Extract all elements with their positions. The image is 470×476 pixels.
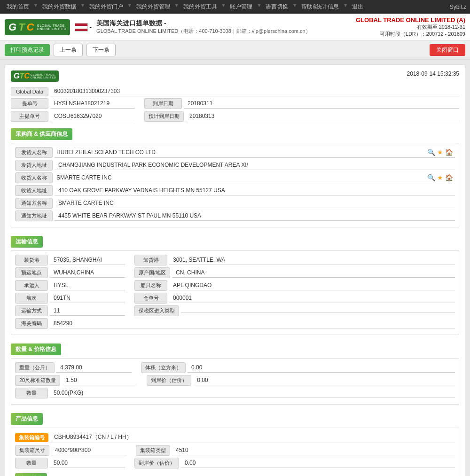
hs-code-row: 海关编码 854290 — [15, 318, 455, 329]
nav-portal[interactable]: 我的外贸门户 — [86, 2, 126, 12]
global-data-label: Global Data — [11, 87, 48, 96]
nav-management[interactable]: 我的外贸管理 — [133, 2, 173, 12]
shipper-addr-label: 发货人地址 — [15, 160, 53, 171]
arrival-date-value: 20180311 — [184, 99, 459, 109]
consignee-search-icon[interactable]: 🔍 — [427, 174, 435, 181]
container-type-value: 4510 — [172, 445, 455, 455]
carrier-value: HYSL — [50, 281, 125, 290]
product-section-header: 产品信息 — [11, 413, 43, 425]
nav-account[interactable]: 账户管理 — [227, 2, 255, 12]
quantity-label: 数量 — [15, 388, 48, 398]
nav-menu: 我的首页 ▼ 我的外贸数据 ▼ 我的外贸门户 ▼ 我的外贸管理 ▼ 我的外贸工具… — [4, 2, 366, 12]
notify-addr-value: 4455 WHITE BEAR PARKWAY ST PAUL MN 55110… — [55, 211, 455, 221]
weight-label: 重量（公斤） — [15, 362, 55, 373]
shipper-star-icon[interactable]: ★ — [437, 148, 443, 156]
supplier-section: 采购商 & 供应商信息 发货人名称 HUBEI ZHILAI SCI AND T… — [11, 124, 459, 227]
product-section: 产品信息 集装箱编号 CBHU8934417（CN / L / HH） 集装箱尺… — [11, 408, 459, 476]
shipper-home-icon[interactable]: 🏠 — [445, 148, 453, 156]
logo-area: G T C GLOBAL TRADE ONLINE LIMITED - 美国海关… — [5, 19, 311, 35]
global-data-row: Global Data 600320180313000237303 — [11, 86, 459, 96]
shipper-name-label: 发货人名称 — [15, 147, 53, 158]
transport-mode-value: 11 — [50, 306, 125, 316]
quantity-section: 数量 & 价格信息 重量（公斤） 4,379.00 体积（立方米） 0.00 2… — [11, 339, 459, 405]
quantity-value: 50.00(PKG) — [50, 388, 455, 398]
voyage-warehouse-row: 航次 091TN 仓单号 000001 — [15, 293, 455, 304]
container-type-label: 集装箱类型 — [136, 445, 170, 456]
print-button-top[interactable]: 打印预览记录 — [5, 44, 50, 56]
top-navigation: 我的首页 ▼ 我的外贸数据 ▼ 我的外贸门户 ▼ 我的外贸管理 ▼ 我的外贸工具… — [0, 0, 470, 14]
consignee-name-value: SMARTE CARTE INC — [56, 174, 424, 181]
quantity-row: 数量 50.00(PKG) — [15, 388, 455, 398]
nav-logout[interactable]: 退出 — [349, 2, 366, 12]
card-logo-g: G — [14, 72, 19, 80]
consignee-name-label: 收货人名称 — [15, 172, 53, 183]
warehouse-label: 仓单号 — [134, 293, 167, 304]
nav-home[interactable]: 我的首页 — [4, 2, 32, 12]
consignee-star-icon[interactable]: ★ — [437, 174, 443, 181]
logo-subtitle: GLOBAL TRADE — [37, 24, 66, 27]
nav-language[interactable]: 语言切换 — [263, 2, 291, 12]
master-bill-label: 主提单号 — [11, 111, 48, 122]
logo-subtitle2: ONLINE LIMITED — [37, 27, 66, 31]
notify-addr-row: 通知方地址 4455 WHITE BEAR PARKWAY ST PAUL MN… — [15, 211, 455, 221]
card-logo-c: C — [24, 72, 30, 80]
container-size-type-row: 集装箱尺寸 4000*900*800 集装箱类型 4510 — [15, 445, 455, 456]
quantity-info: 重量（公斤） 4,379.00 体积（立方米） 0.00 20尺标准箱数量 1.… — [11, 358, 459, 405]
user-name: Sybil.z — [450, 4, 466, 10]
transport-section: 运输信息 装货港 57035, SHANGHAI 卸货港 3001, SEATT… — [11, 231, 459, 335]
transport-info: 装货港 57035, SHANGHAI 卸货港 3001, SEATTLE, W… — [11, 250, 459, 335]
origin-label: 原产国/地区 — [134, 267, 170, 278]
carrier-vessel-row: 承运人 HYSL 船只名称 APL QINGDAO — [15, 280, 455, 291]
product-qty-value: 50.00 — [50, 458, 125, 468]
loading-port-value: 57035, SHANGHAI — [50, 255, 125, 265]
flag-dash: - — [90, 24, 92, 31]
est-arrival-value: 20180313 — [186, 111, 459, 121]
dest-origin-row: 预运地点 WUHAN,CHINA 原产国/地区 CN, CHINA — [15, 267, 455, 278]
close-button-top[interactable]: 关闭窗口 — [430, 44, 465, 56]
consignee-addr-label: 收货人地址 — [15, 185, 53, 196]
shipper-search-icon[interactable]: 🔍 — [427, 148, 435, 156]
est-arrival-label: 预计到岸日期 — [144, 111, 184, 122]
loading-port-label: 装货港 — [15, 255, 48, 265]
pre-dest-label: 预运地点 — [15, 267, 48, 278]
card-logo-t: T — [19, 72, 24, 80]
container-no-value: CBHU8934417（CN / L / HH） — [50, 432, 455, 443]
product-price-label: 到岸价（估价） — [134, 458, 179, 468]
consignee-home-icon[interactable]: 🏠 — [445, 174, 453, 181]
shipper-addr-row: 发货人地址 CHANGJIANG INDUSTRIAL PARK ECONOMI… — [15, 160, 455, 171]
nav-help[interactable]: 帮助&统计信息 — [298, 2, 342, 12]
ldr-info: 可用时段（LDR）：200712 - 201809 — [356, 31, 465, 38]
prev-button-top[interactable]: 上一条 — [54, 44, 83, 56]
card-logo-sub2: ONLINE LIMITED — [31, 76, 56, 79]
supplier-info: 发货人名称 HUBEI ZHILAI SCI AND TECH CO LTD 🔍… — [11, 143, 459, 227]
arrival-price-value: 0.00 — [193, 375, 455, 385]
weight-value: 4,379.00 — [56, 363, 132, 373]
bonded-value — [181, 309, 455, 312]
vessel-value: APL QINGDAO — [169, 281, 455, 290]
supplier-section-header: 采购商 & 供应商信息 — [11, 128, 72, 140]
header-right: GLOBAL TRADE ONLINE LIMITED (A) 有效期至 201… — [356, 16, 465, 38]
voyage-label: 航次 — [15, 293, 48, 304]
nav-tools[interactable]: 我的外贸工具 — [180, 2, 220, 12]
container20-label: 20尺标准箱数量 — [15, 375, 60, 386]
nav-trade-data[interactable]: 我的外贸数据 — [39, 2, 79, 12]
product-qty-label: 数量 — [15, 458, 48, 468]
card-logo-box: G T C GLOBAL TRADE ONLINE LIMITED — [11, 70, 59, 82]
next-button-top[interactable]: 下一条 — [86, 44, 116, 56]
product-desc-container: 产品描述 STEEL ELECTRONIC LOCKER PARTS FOR A… — [15, 471, 455, 476]
product-qty-price-row: 数量 50.00 到岸价（估价） 0.00 — [15, 458, 455, 468]
origin-value: CN, CHINA — [172, 268, 455, 278]
container20-value: 1.50 — [62, 375, 137, 385]
toolbar-top: 打印预览记录 上一条 下一条 关闭窗口 — [0, 41, 470, 60]
container-size-label: 集装箱尺寸 — [15, 445, 49, 456]
notify-name-row: 通知方名称 SMARTE CARTE INC — [15, 198, 455, 209]
container-size-value: 4000*900*800 — [51, 445, 126, 455]
logo: G T C GLOBAL TRADE ONLINE LIMITED — [5, 19, 70, 35]
volume-label: 体积（立方米） — [141, 362, 186, 373]
product-desc-header: 产品描述 — [15, 473, 47, 476]
bonded-label: 保税区进入类型 — [134, 305, 179, 316]
logo-t: T — [18, 21, 24, 33]
discharge-port-label: 卸货港 — [134, 255, 167, 265]
shipper-action-icons: 🔍 ★ 🏠 — [427, 148, 453, 156]
logo-g: G — [8, 21, 16, 33]
